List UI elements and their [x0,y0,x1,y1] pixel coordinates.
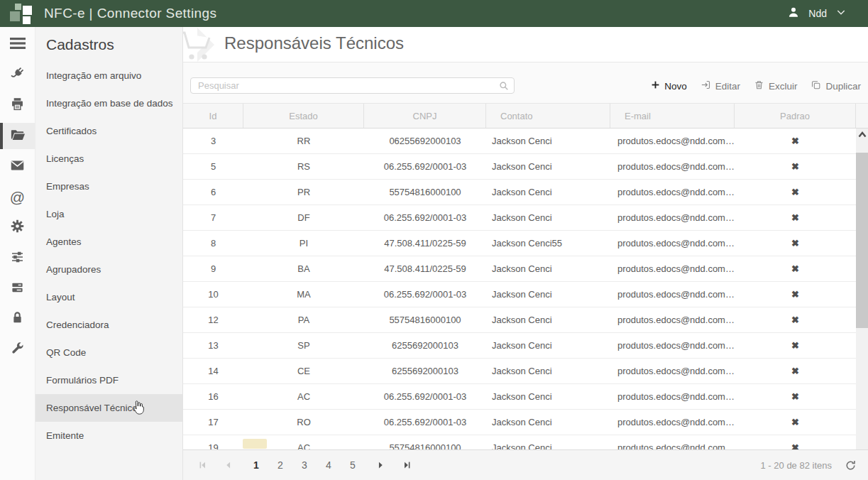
table-row[interactable]: 10MA06.255.692/0001-03Jackson Cenciprodu… [183,282,856,307]
next-page-button[interactable] [372,456,390,474]
sidebar-item-integra-o-em-base-de-dados[interactable]: Integração em base de dados [35,89,182,117]
table-row[interactable]: 3RR06255692000103Jackson Cenciprodutos.e… [183,129,856,154]
pager: 12345 1 - 20 de 82 itens [183,449,868,480]
table-row[interactable]: 16AC06.255.692/0001-03Jackson Cenciprodu… [183,384,856,410]
sidebar-item-agentes[interactable]: Agentes [35,228,182,256]
rail-item-wrench[interactable] [0,334,35,365]
cell-id: 13 [183,340,243,351]
cell-estado: PA [243,315,364,325]
table-row[interactable]: 8PI47.508.411/0225-59Jackson Cenci55prod… [183,231,856,256]
sidebar-item-qr-code[interactable]: QR Code [35,339,182,366]
sidebar-item-formul-rios-pdf[interactable]: Formulários PDF [35,366,182,394]
edit-button[interactable]: Editar [701,80,740,92]
rail-item-sliders[interactable] [0,243,35,273]
rail-item-folder-open[interactable] [0,123,35,149]
table-row[interactable]: 9BA47.508.411/0225-59Jackson Cenciprodut… [183,256,856,282]
sidebar-item-layout[interactable]: Layout [35,283,182,311]
cell-padrao: ✖ [735,161,856,172]
table-row[interactable]: 13SP6255692000103Jackson Cenciprodutos.e… [183,333,856,359]
sidebar-item-credenciadora[interactable]: Credenciadora [35,311,182,339]
sidebar-item-label: Credenciadora [46,320,109,330]
cell-padrao: ✖ [735,238,856,249]
folder-open-icon [10,128,26,145]
cell-cnpj: 47.508.411/0225-59 [364,263,486,274]
first-page-button[interactable] [193,456,211,474]
new-button[interactable]: Novo [651,80,687,92]
cell-padrao: ✖ [735,289,856,300]
page-button-5[interactable]: 5 [344,456,362,474]
sidebar-item-agrupadores[interactable]: Agrupadores [35,256,182,283]
sidebar-item-label: Layout [46,292,75,302]
cell-cnpj: 55754816000100 [364,442,486,449]
cell-cnpj: 47.508.411/0225-59 [364,238,486,249]
prev-page-button[interactable] [219,456,237,474]
sidebar-item-emitente[interactable]: Emitente [35,422,182,449]
sidebar-item-integra-o-em-arquivo[interactable]: Integração em arquivo [35,62,182,89]
sidebar-item-empresas[interactable]: Empresas [35,173,182,200]
mail-icon [10,159,25,175]
column-header-estado[interactable]: Estado [243,104,364,128]
column-header-spacer [856,104,868,128]
page-button-4[interactable]: 4 [319,456,338,474]
rail-item-server[interactable] [0,273,35,304]
delete-button[interactable]: Excluir [754,80,798,92]
table-row[interactable]: 19AC55754816000100Jackson Cenciprodutos.… [183,435,856,449]
rail-item-mail[interactable] [0,151,35,182]
sidebar-item-label: Licenças [46,153,84,164]
rail-item-plug[interactable] [0,60,35,90]
cell-highlight [243,439,267,449]
vertical-scrollbar[interactable] [856,129,868,465]
x-mark-icon: ✖ [791,391,799,402]
table-row[interactable]: 17RO06.255.692/0001-03Jackson Cenciprodu… [183,410,856,435]
last-page-button[interactable] [397,456,416,474]
table-row[interactable]: 12PA55754816000100Jackson Cenciprodutos.… [183,307,856,333]
sidebar: Cadastros Integração em arquivoIntegraçã… [35,27,183,480]
page-button-1[interactable]: 1 [247,456,265,474]
user-name: Ndd [808,8,827,19]
rail-item-printer[interactable] [0,90,35,121]
cell-cnpj: 55754816000100 [364,315,486,325]
cell-id: 6 [183,187,243,197]
column-header-contato[interactable]: Contato [486,104,610,128]
refresh-button[interactable] [845,459,857,471]
cell-estado: SP [243,340,364,351]
user-menu[interactable]: Ndd [787,0,847,27]
column-header-padrao[interactable]: Padrao [735,104,856,128]
page-button-3[interactable]: 3 [295,456,314,474]
sidebar-item-certificados[interactable]: Certificados [35,117,182,145]
sidebar-item-label: Agentes [46,236,82,247]
column-header-id[interactable]: Id [183,104,243,128]
table-row[interactable]: 7DF06.255.692/0001-03Jackson Cenciprodut… [183,205,856,231]
rail-item-gear[interactable] [0,212,35,243]
trash-icon [754,80,764,92]
duplicate-button[interactable]: Duplicar [811,80,861,92]
sidebar-item-label: Emitente [46,430,84,441]
sidebar-item-respons-vel-t-cnico[interactable]: Responsável Técnico [35,394,182,422]
cell-email: produtos.edocs@ndd.com.br [610,442,735,449]
scrollbar-thumb[interactable] [856,153,868,328]
table-row[interactable]: 5RS06.255.692/0001-03Jackson Cenciprodut… [183,154,856,180]
rail-item-lock[interactable] [0,304,35,334]
page-button-2[interactable]: 2 [271,456,290,474]
cell-email: produtos.edocs@ndd.com.br [610,263,735,274]
table-header: Id Estado CNPJ Contato E-mail Padrao [183,103,868,129]
plus-icon [651,80,660,92]
search-box [190,77,515,94]
column-header-cnpj[interactable]: CNPJ [364,104,486,128]
column-header-email[interactable]: E-mail [610,104,735,128]
table-row[interactable]: 6PR55754816000100Jackson Cenciprodutos.e… [183,180,856,205]
sidebar-item-loja[interactable]: Loja [35,200,182,228]
rail-item-at[interactable]: @ [0,182,35,212]
search-input[interactable] [197,79,495,92]
search-icon[interactable] [499,81,509,94]
rail-item-menu[interactable] [0,29,35,60]
cell-contato: Jackson Cenci [486,442,610,449]
icon-rail: @ [0,27,35,480]
scroll-up-button[interactable] [856,129,868,141]
cell-padrao: ✖ [735,391,856,402]
table-row[interactable]: 14CE6255692000103Jackson Cenciprodutos.e… [183,359,856,384]
app-title: NFC-e | Connector Settings [44,6,216,21]
sidebar-item-licen-as[interactable]: Licenças [35,145,182,173]
pager-status: 1 - 20 de 82 itens [761,460,832,471]
page-title: Responsáveis Técnicos [224,33,404,53]
